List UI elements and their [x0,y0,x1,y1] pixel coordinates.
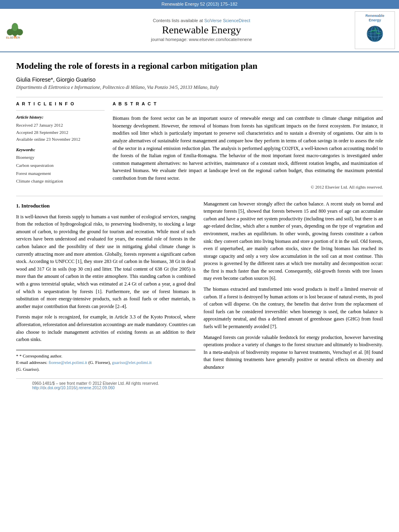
globe-icon [365,24,385,44]
journal-homepage: journal homepage: www.elsevier.com/locat… [52,37,351,42]
body-section: 1. Introduction It is well-known that fo… [16,200,383,374]
intro-paragraph-1: It is well-known that forests supply to … [16,213,195,310]
elsevier-logo-area: ELSEVIER [4,21,52,39]
svg-text:ELSEVIER: ELSEVIER [6,36,20,39]
email-link-2[interactable]: guariso@elet.polimi.it [112,360,152,365]
body-right-column: Management can however strongly affect t… [204,200,383,374]
article-dates: Received 27 January 2012 Accepted 28 Sep… [16,122,105,143]
sciverse-line: Contents lists available at SciVerse Sci… [52,18,351,23]
journal-citation: Renewable Energy 52 (2013) 175–182 [162,2,238,6]
footnote-emails: E-mail addresses: fiorese@elet.polimi.it… [16,359,195,372]
affiliation: Dipartimento di Elettronica e Informazio… [16,84,383,90]
doi-text: http://dx.doi.org/10.1016/j.renene.2012.… [32,386,367,390]
bottom-bar: 0960-1481/$ – see front matter © 2012 El… [16,378,383,392]
journal-logo-box: RenewableEnergy [355,11,395,49]
elsevier-logo: ELSEVIER [4,21,26,39]
abstract-text: Biomass from the forest sector can be an… [113,115,383,182]
footnote-area: * * Corresponding author. E-mail address… [16,350,195,373]
article-info-label: A R T I C L E I N F O [16,101,105,106]
copyright-line: © 2012 Elsevier Ltd. All rights reserved… [113,185,383,189]
abstract-label: A B S T R A C T [113,101,383,106]
svg-point-3 [16,29,23,35]
right-paragraph-2: The biomass extracted and transformed in… [204,286,383,331]
keywords-label: Keywords: [16,147,105,152]
divider-1 [16,97,383,97]
issn-text: 0960-1481/$ – see front matter © 2012 El… [32,381,367,386]
journal-header-right: RenewableEnergy [351,11,395,49]
journal-header-center: Contents lists available at SciVerse Sci… [52,18,351,42]
svg-point-2 [7,29,13,35]
abstract-column: A B S T R A C T Biomass from the forest … [113,101,383,189]
body-left-column: 1. Introduction It is well-known that fo… [16,200,195,374]
footnote-corresponding: * * Corresponding author. [16,353,195,359]
divider-info [16,110,105,111]
journal-header: ELSEVIER Contents lists available at Sci… [0,8,399,52]
keywords-list: Bioenergy Carbon sequestration Forest ma… [16,154,105,185]
history-label: Article history: [16,115,105,119]
top-bar: Renewable Energy 52 (2013) 175–182 [0,0,399,8]
right-paragraph-1: Management can however strongly affect t… [204,200,383,283]
sciverse-link[interactable]: SciVerse ScienceDirect [204,18,250,23]
authors: Giulia Fiorese*, Giorgio Guariso [16,76,383,83]
right-paragraph-3: Managed forests can provide valuable fee… [204,334,383,371]
article-title: Modeling the role of forests in a region… [16,60,383,72]
divider-abstract [113,110,383,111]
doi-link[interactable]: http://dx.doi.org/10.1016/j.renene.2012.… [32,386,115,390]
info-section: A R T I C L E I N F O Article history: R… [16,101,383,189]
intro-paragraph-2: Forests major role is recognized, for ex… [16,313,195,343]
elsevier-tree-icon: ELSEVIER [4,21,26,39]
svg-point-4 [12,23,18,31]
journal-title: Renewable Energy [52,24,351,36]
introduction-heading: 1. Introduction [16,202,195,210]
article-content: Modeling the role of forests in a region… [0,52,399,401]
article-info-column: A R T I C L E I N F O Article history: R… [16,101,105,189]
email-link-1[interactable]: fiorese@elet.polimi.it [49,360,87,365]
divider-2 [16,196,383,196]
journal-logo-title: RenewableEnergy [357,14,393,23]
